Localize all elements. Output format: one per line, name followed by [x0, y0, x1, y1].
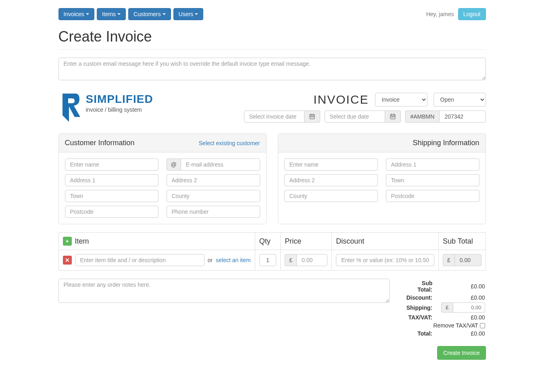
invoice-date-input[interactable]: [244, 111, 304, 123]
shipping-name-input[interactable]: [284, 158, 378, 171]
logo: SIMPLIFIED invoice / billing system: [58, 93, 153, 123]
price-header: Price: [281, 233, 332, 250]
caret-icon: [86, 13, 89, 15]
greeting-text: Hey, james: [426, 11, 454, 17]
customer-name-input[interactable]: [65, 158, 158, 171]
invoice-type-select[interactable]: Invoice: [375, 93, 427, 106]
logout-button[interactable]: Logout: [458, 8, 486, 20]
discount-label: Discount:: [398, 294, 433, 301]
qty-header: Qty: [255, 233, 281, 250]
calendar-icon[interactable]: [304, 111, 320, 123]
invoice-heading: INVOICE: [313, 93, 369, 106]
invoice-status-select[interactable]: Open: [434, 93, 486, 106]
price-input[interactable]: [296, 254, 327, 266]
svg-rect-11: [391, 117, 392, 117]
subtotal-header: Sub Total: [438, 233, 486, 250]
caret-icon: [163, 13, 166, 15]
table-row: ✕ or select an item £: [58, 250, 486, 271]
row-subtotal: 0.00: [454, 254, 481, 266]
nav-users-label: Users: [179, 11, 194, 17]
remove-tax-label: Remove TAX/VAT: [434, 322, 478, 329]
nav-items-label: Items: [102, 11, 116, 17]
customer-town-input[interactable]: [65, 190, 158, 202]
item-title-input[interactable]: [75, 254, 204, 266]
email-message-textarea[interactable]: [58, 58, 486, 80]
svg-rect-13: [394, 117, 394, 117]
nav-invoices-label: Invoices: [64, 11, 84, 17]
shipping-postcode-input[interactable]: [386, 190, 479, 202]
create-invoice-button[interactable]: Create Invoice: [437, 346, 486, 360]
logo-icon: [58, 91, 83, 123]
order-notes-textarea[interactable]: [58, 279, 390, 303]
svg-rect-12: [392, 117, 393, 117]
shipping-address2-input[interactable]: [284, 174, 378, 186]
customer-address1-input[interactable]: [65, 174, 158, 186]
customer-address2-input[interactable]: [167, 174, 260, 186]
caret-icon: [117, 13, 121, 15]
add-item-button[interactable]: +: [63, 237, 72, 246]
logo-text-main: SIMPLIFIED: [86, 93, 153, 106]
qty-input[interactable]: [259, 254, 277, 266]
subtotal-value: £0.00: [433, 279, 485, 293]
totals-block: Sub Total: £0.00 Discount: £0.00 Shippin…: [398, 279, 486, 360]
customer-panel-title: Customer Information: [65, 139, 135, 147]
items-table: + Item Qty Price Discount Sub Total ✕ or…: [58, 232, 486, 271]
page-title: Create Invoice: [58, 28, 486, 45]
logo-text-sub: invoice / billing system: [86, 106, 153, 113]
discount-header: Discount: [332, 233, 439, 250]
invoice-number-input[interactable]: [439, 111, 486, 123]
svg-rect-6: [313, 117, 314, 117]
currency-symbol: £: [441, 302, 452, 313]
shipping-county-input[interactable]: [284, 190, 378, 202]
nav-customers-label: Customers: [133, 11, 161, 17]
or-text: or: [208, 257, 213, 263]
divider: [58, 49, 486, 50]
currency-symbol: £: [285, 254, 296, 266]
svg-rect-5: [312, 117, 313, 117]
shipping-label: Shipping:: [398, 302, 433, 313]
customer-email-input[interactable]: [181, 158, 260, 171]
customer-phone-input[interactable]: [167, 206, 260, 218]
invoice-prefix: #AMBMN: [405, 111, 440, 123]
total-label: Total:: [398, 330, 433, 337]
total-value: £0.00: [433, 330, 485, 337]
item-header: Item: [75, 237, 89, 246]
tax-label: TAX/VAT:: [398, 314, 433, 321]
tax-value: £0.00: [433, 314, 485, 321]
currency-symbol: £: [443, 254, 454, 266]
shipping-town-input[interactable]: [386, 174, 479, 186]
due-date-input[interactable]: [325, 111, 385, 123]
calendar-icon[interactable]: [385, 111, 401, 123]
shipping-address1-input[interactable]: [386, 158, 479, 171]
nav-customers-dropdown[interactable]: Customers: [128, 8, 171, 20]
select-existing-customer-link[interactable]: Select existing customer: [199, 140, 260, 146]
caret-icon: [195, 13, 198, 15]
shipping-amount-input[interactable]: [453, 302, 485, 313]
select-item-link[interactable]: select an item: [216, 257, 250, 263]
svg-rect-4: [311, 117, 311, 117]
discount-value: £0.00: [433, 294, 485, 301]
at-icon: @: [167, 158, 181, 171]
nav-items-dropdown[interactable]: Items: [97, 8, 126, 20]
remove-item-button[interactable]: ✕: [63, 256, 72, 265]
nav-invoices-dropdown[interactable]: Invoices: [58, 8, 94, 20]
shipping-panel: Shipping Information: [278, 133, 486, 224]
customer-postcode-input[interactable]: [65, 206, 158, 218]
nav-users-dropdown[interactable]: Users: [173, 8, 204, 20]
subtotal-label: Sub Total:: [398, 279, 433, 293]
remove-tax-checkbox[interactable]: [480, 323, 485, 328]
customer-county-input[interactable]: [167, 190, 260, 202]
customer-panel: Customer Information Select existing cus…: [58, 133, 267, 224]
shipping-panel-title: Shipping Information: [413, 139, 479, 147]
discount-input[interactable]: [336, 254, 434, 266]
